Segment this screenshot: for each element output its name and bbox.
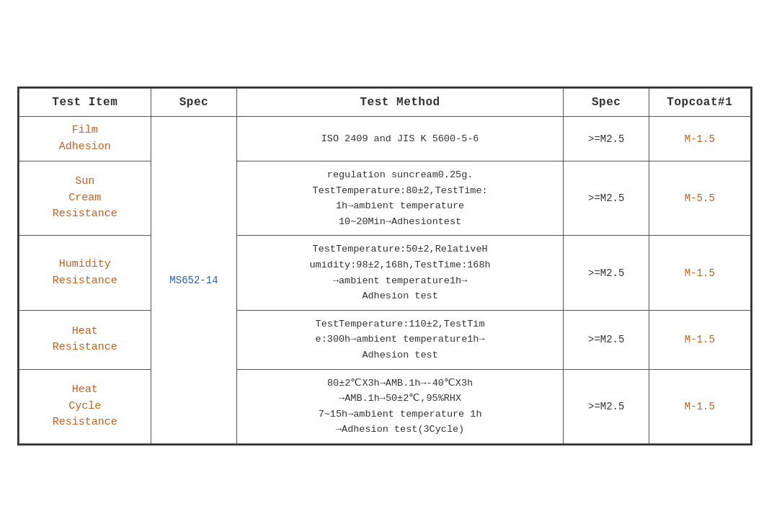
spec-right-cell-heat-cycle: >=M2.5 <box>564 369 649 443</box>
header-topcoat: Topcoat#1 <box>649 89 750 117</box>
test-method-cell-humidity: TestTemperature:50±2,RelativeHumidity:98… <box>236 236 564 310</box>
test-item-cell-sun-cream: SunCreamResistance <box>19 161 151 236</box>
header-spec-left: Spec <box>151 89 237 117</box>
table-row: SunCreamResistanceregulation suncream0.2… <box>19 161 750 236</box>
main-table-container: Test Item Spec Test Method Spec Topcoat#… <box>17 87 752 445</box>
spec-right-cell-sun-cream: >=M2.5 <box>564 161 649 236</box>
topcoat-cell-heat-cycle: M-1.5 <box>649 369 750 443</box>
shared-spec-cell: MS652-14 <box>151 117 237 444</box>
topcoat-cell-film-adhesion: M-1.5 <box>649 117 750 161</box>
test-item-cell-humidity: HumidityResistance <box>19 236 151 310</box>
table-row: HeatResistanceTestTemperature:110±2,Test… <box>19 310 750 369</box>
table-row: HeatCycleResistance80±2℃X3h→AMB.1h→-40℃X… <box>19 369 750 443</box>
topcoat-cell-heat: M-1.5 <box>649 310 750 369</box>
test-method-cell-film-adhesion: ISO 2409 and JIS K 5600-5-6 <box>236 117 564 161</box>
test-method-cell-heat: TestTemperature:110±2,TestTime:300h→ambi… <box>236 310 564 369</box>
header-test-item: Test Item <box>19 89 151 117</box>
spec-right-cell-heat: >=M2.5 <box>564 310 649 369</box>
test-item-cell-heat-cycle: HeatCycleResistance <box>19 369 151 443</box>
table-row: HumidityResistanceTestTemperature:50±2,R… <box>19 236 750 310</box>
header-spec-right: Spec <box>564 89 649 117</box>
test-method-cell-heat-cycle: 80±2℃X3h→AMB.1h→-40℃X3h→AMB.1h→50±2℃,95%… <box>236 369 564 443</box>
header-row: Test Item Spec Test Method Spec Topcoat#… <box>19 89 750 117</box>
test-method-cell-sun-cream: regulation suncream0.25g.TestTemperature… <box>236 161 564 236</box>
data-table: Test Item Spec Test Method Spec Topcoat#… <box>19 88 751 444</box>
table-row: FilmAdhesionMS652-14ISO 2409 and JIS K 5… <box>19 117 750 161</box>
spec-right-cell-humidity: >=M2.5 <box>564 236 649 310</box>
test-item-cell-film-adhesion: FilmAdhesion <box>19 117 151 161</box>
spec-right-cell-film-adhesion: >=M2.5 <box>564 117 649 161</box>
topcoat-cell-humidity: M-1.5 <box>649 236 750 310</box>
topcoat-cell-sun-cream: M-5.5 <box>649 161 750 236</box>
header-test-method: Test Method <box>236 89 564 117</box>
test-item-cell-heat: HeatResistance <box>19 310 151 369</box>
